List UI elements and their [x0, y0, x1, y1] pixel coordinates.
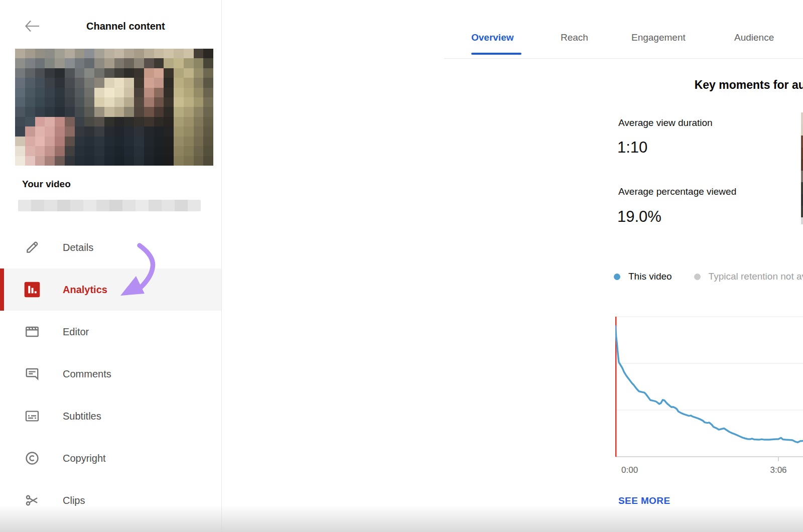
sidebar-item-analytics[interactable]: Analytics: [0, 269, 221, 311]
avg-percentage-viewed-value: 19.0%: [617, 208, 661, 226]
legend-label: Typical retention not available: [709, 271, 803, 282]
avg-view-duration-value: 1:10: [617, 139, 647, 157]
sidebar-item-copyright[interactable]: Copyright: [0, 437, 221, 479]
video-title-blurred: [18, 200, 201, 211]
sidebar-item-label: Copyright: [63, 437, 106, 479]
sidebar-item-details[interactable]: Details: [0, 226, 221, 269]
video-thumbnail-pixelated: [15, 49, 213, 166]
legend-typical-retention: Typical retention not available: [694, 271, 803, 282]
comment-icon: [24, 366, 40, 382]
sidebar-item-comments[interactable]: Comments: [0, 353, 221, 395]
sidebar-item-clips[interactable]: Clips: [0, 479, 221, 521]
main-panel: Overview Reach Engagement Audience Key m…: [222, 0, 803, 532]
tab-engagement[interactable]: Engagement: [631, 32, 686, 43]
scissors-icon: [24, 492, 40, 508]
back-arrow-icon[interactable]: [24, 19, 41, 34]
clapperboard-icon: [24, 324, 40, 340]
sidebar-item-label: Editor: [63, 311, 89, 353]
retention-line-chart[interactable]: 120%80%40%0%0:003:066:12: [615, 306, 803, 474]
sidebar: Channel content Your video Details Analy…: [0, 0, 222, 532]
legend-label: This video: [628, 271, 672, 282]
subtitles-icon: [24, 408, 40, 424]
section-heading: Key moments for audience retention: [613, 78, 803, 92]
active-indicator-bar: [0, 269, 4, 311]
sidebar-item-label: Analytics: [63, 269, 107, 311]
active-tab-underline: [471, 53, 521, 55]
pencil-icon: [24, 239, 40, 255]
sidebar-item-subtitles[interactable]: Subtitles: [0, 395, 221, 437]
sidebar-item-label: Clips: [63, 479, 85, 521]
legend-this-video: This video: [614, 271, 672, 282]
svg-text:0:00: 0:00: [621, 465, 638, 474]
key-moment-thumbnail-pixelated: [801, 112, 803, 224]
copyright-icon: [24, 450, 40, 466]
tab-reach[interactable]: Reach: [561, 32, 588, 43]
analytics-icon: [24, 282, 40, 298]
sidebar-item-label: Subtitles: [63, 395, 101, 437]
sidebar-menu: Details Analytics Editor: [0, 226, 221, 521]
sidebar-item-editor[interactable]: Editor: [0, 311, 221, 353]
legend-dot-gray: [694, 274, 701, 280]
tab-overview[interactable]: Overview: [471, 32, 514, 43]
your-video-label: Your video: [22, 179, 71, 190]
sidebar-item-label: Comments: [63, 353, 111, 395]
legend-dot-blue: [614, 274, 620, 280]
see-more-link[interactable]: SEE MORE: [618, 495, 671, 506]
sidebar-item-label: Details: [63, 226, 93, 269]
tab-audience[interactable]: Audience: [734, 32, 774, 43]
avg-percentage-viewed-label: Average percentage viewed: [618, 186, 736, 197]
avg-view-duration-label: Average view duration: [618, 117, 713, 128]
chart-legend: This video Typical retention not availab…: [614, 270, 803, 283]
sidebar-title: Channel content: [86, 17, 165, 35]
tabs-divider: [444, 58, 803, 59]
svg-text:3:06: 3:06: [770, 465, 786, 474]
sidebar-header: Channel content: [24, 17, 214, 35]
